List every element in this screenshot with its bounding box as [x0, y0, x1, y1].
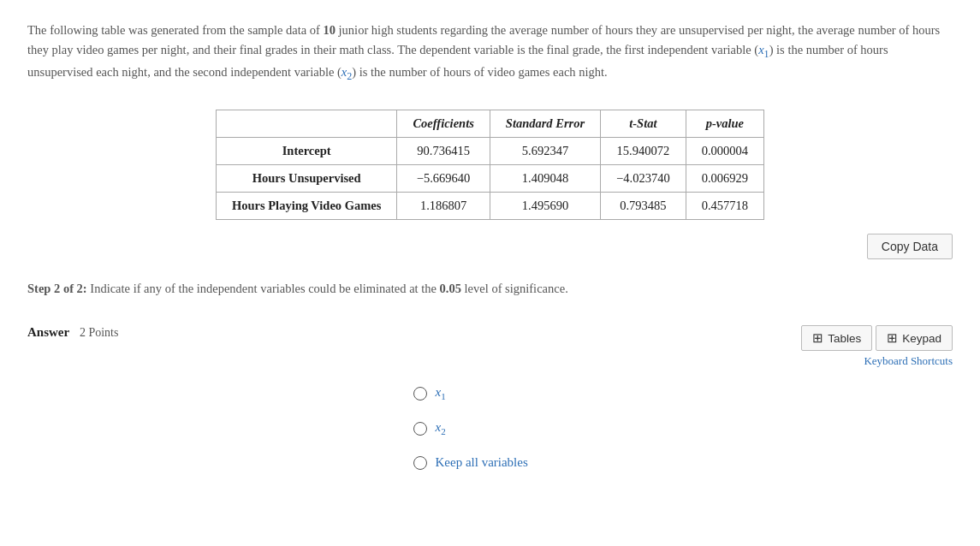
col-header-coefficients: Coefficients	[397, 110, 490, 137]
option-keep-all[interactable]: Keep all variables	[413, 455, 567, 470]
row-label-intercept: Intercept	[216, 137, 396, 164]
tables-btn-label: Tables	[828, 332, 861, 345]
cell-intercept-pval: 0.000004	[686, 137, 763, 164]
cell-unsp-pval: 0.006929	[686, 164, 763, 192]
option-x2[interactable]: x2	[413, 420, 567, 436]
regression-table: Coefficients Standard Error t-Stat p-val…	[216, 110, 764, 220]
cell-unsp-coeff: −5.669640	[397, 164, 490, 192]
copy-data-wrapper: Copy Data	[27, 234, 953, 259]
step-text: Step 2 of 2: Indicate if any of the inde…	[27, 280, 953, 299]
option-keep-all-label: Keep all variables	[436, 455, 528, 470]
cell-intercept-stderr: 5.692347	[490, 137, 600, 164]
cell-intercept-coeff: 90.736415	[397, 137, 490, 164]
cell-vg-coeff: 1.186807	[397, 192, 490, 219]
col-header-t-stat: t-Stat	[601, 110, 686, 137]
radio-keep-all[interactable]	[413, 456, 427, 470]
keyboard-shortcuts-link[interactable]: Keyboard Shortcuts	[864, 354, 953, 368]
cell-unsp-tstat: −4.023740	[601, 164, 686, 192]
cell-vg-stderr: 1.495690	[490, 192, 600, 219]
col-header-p-value: p-value	[686, 110, 763, 137]
intro-paragraph: The following table was generated from t…	[27, 21, 953, 86]
answer-label: Answer	[27, 325, 69, 339]
answer-label-group: Answer 2 Points	[27, 325, 118, 340]
option-x1[interactable]: x1	[413, 385, 567, 401]
row-label-hours-video-games: Hours Playing Video Games	[216, 192, 396, 219]
cell-unsp-stderr: 1.409048	[490, 164, 600, 192]
toolbar-right: ⊞ Tables ⊞ Keypad Keyboard Shortcuts	[801, 325, 953, 368]
row-label-hours-unsupervised: Hours Unsupervised	[216, 164, 396, 192]
cell-vg-tstat: 0.793485	[601, 192, 686, 219]
option-x1-label: x1	[436, 385, 446, 401]
copy-data-button[interactable]: Copy Data	[867, 234, 953, 259]
keypad-button[interactable]: ⊞ Keypad	[876, 325, 953, 351]
radio-x2[interactable]	[413, 422, 427, 436]
radio-x1[interactable]	[413, 387, 427, 401]
cell-vg-pval: 0.457718	[686, 192, 763, 219]
table-row: Intercept 90.736415 5.692347 15.940072 0…	[216, 137, 763, 164]
answer-bar: Answer 2 Points ⊞ Tables ⊞ Keypad Keyboa…	[27, 325, 953, 368]
tables-button[interactable]: ⊞ Tables	[801, 325, 872, 351]
toolbar-buttons: ⊞ Tables ⊞ Keypad	[801, 325, 953, 351]
options-wrapper: x1 x2 Keep all variables	[27, 385, 953, 470]
keypad-icon: ⊞	[887, 330, 898, 346]
table-row: Hours Unsupervised −5.669640 1.409048 −4…	[216, 164, 763, 192]
table-row: Hours Playing Video Games 1.186807 1.495…	[216, 192, 763, 219]
table-wrapper: Coefficients Standard Error t-Stat p-val…	[27, 110, 953, 220]
tables-icon: ⊞	[812, 330, 823, 346]
col-header-std-error: Standard Error	[490, 110, 600, 137]
option-x2-label: x2	[436, 420, 446, 436]
points-label: 2 Points	[80, 326, 119, 339]
cell-intercept-tstat: 15.940072	[601, 137, 686, 164]
keypad-btn-label: Keypad	[902, 332, 941, 345]
col-header-empty	[216, 110, 396, 137]
